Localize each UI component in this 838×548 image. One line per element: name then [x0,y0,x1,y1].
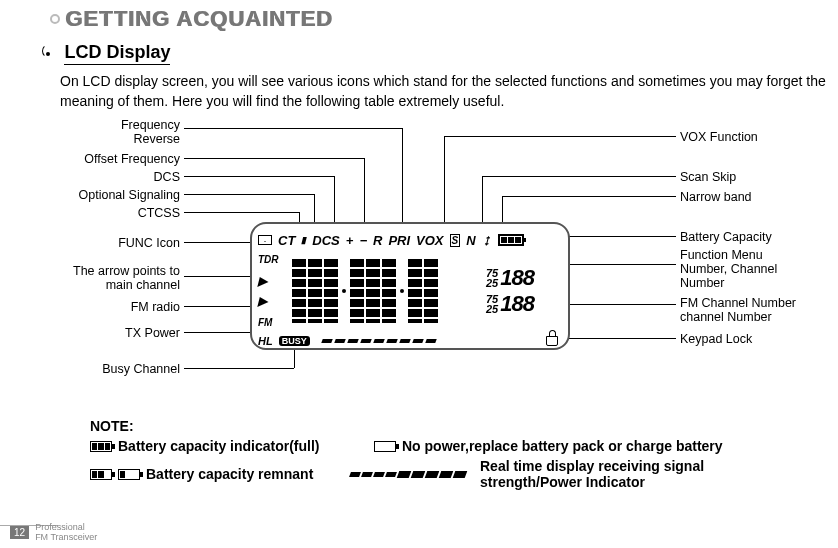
frequency-digits [292,252,486,330]
battery-empty-icon [374,441,396,452]
vox-indicator: VOX [416,233,443,248]
arrow-icon: ▶ [258,276,292,286]
label-keypad-lock: Keypad Lock [680,332,752,346]
label-offset-frequency: Offset Frequency [30,152,180,166]
header-bullet-icon [50,14,60,24]
label-busy-channel: Busy Channel [30,362,180,376]
battery-remnant-icon [118,469,140,480]
section-title: LCD Display [64,42,170,65]
arrow-icon: ▶ [258,296,292,306]
footer-line2: FM Transceiver [35,532,97,542]
narrow-indicator: N [466,233,475,248]
busy-indicator: BUSY [279,336,310,346]
label-scan-skip: Scan Skip [680,170,736,184]
page-title: GETTING ACQUAINTED [66,6,334,32]
envelope-icon [258,235,272,245]
channel-number: 188 [500,291,534,317]
diagram-canvas: Frequency Reverse Offset Frequency DCS O… [0,116,838,406]
note-signal-strength: Real time display receiving signal stren… [480,458,704,490]
lcd-top-row: CT ▮ DCS + − R PRI VOX S N ⭥ [258,230,562,250]
signal-icon [40,43,56,59]
battery-full-icon [90,441,112,452]
page-footer: 12 Professional FM Transceiver [10,522,97,542]
pri-indicator: PRI [388,233,410,248]
note-battery-remnant: Battery capacity remnant [146,466,344,482]
label-dcs: DCS [30,170,180,184]
label-arrow-main-channel: The arrow points to main channel [30,264,180,292]
lcd-screen: CT ▮ DCS + − R PRI VOX S N ⭥ TDR ▶ ▶ FM [250,222,570,350]
footer-line1: Professional [35,522,97,532]
dcs-indicator: DCS [312,233,339,248]
label-func-icon: FUNC Icon [30,236,180,250]
lock-icon [546,336,558,346]
label-ctcss: CTCSS [30,206,180,220]
reverse-indicator: R [373,233,382,248]
intro-text: On LCD display screen, you will see vari… [60,72,830,111]
minus-indicator: − [359,233,367,248]
channel-number: 188 [500,265,534,291]
signal-bars-icon [322,339,436,343]
label-frequency-reverse: Frequency Reverse [30,118,180,146]
tdr-indicator: TDR [258,254,292,265]
section-heading: LCD Display [40,42,170,65]
page-header: GETTING ACQUAINTED [50,6,334,32]
label-vox-function: VOX Function [680,130,758,144]
label-function-menu-number: Function Menu Number, Channel Number [680,248,777,290]
plus-indicator: + [346,233,354,248]
ct-indicator: CT [278,233,295,248]
note-battery-empty: No power,replace battery pack or charge … [402,438,723,454]
battery-remnant-icon [90,469,112,480]
signal-strength-icon [350,471,466,478]
page-number: 12 [10,526,29,539]
note-battery-full: Battery capacity indicator(full) [118,438,368,454]
subdigit: 25 [486,278,498,288]
battery-icon [498,234,524,246]
label-fm-channel-number: FM Channel Number channel Number [680,296,796,324]
subdigit: 25 [486,304,498,314]
note-block: NOTE: Battery capacity indicator(full) N… [90,418,810,490]
label-fm-radio: FM radio [30,300,180,314]
scan-skip-indicator: S [450,234,461,247]
note-title: NOTE: [90,418,810,434]
label-optional-signaling: Optional Signaling [30,188,180,202]
label-narrow-band: Narrow band [680,190,752,204]
label-battery-capacity: Battery Capacity [680,230,772,244]
fm-indicator: FM [258,317,292,328]
hl-indicator: HL [258,335,273,347]
label-tx-power: TX Power [30,326,180,340]
